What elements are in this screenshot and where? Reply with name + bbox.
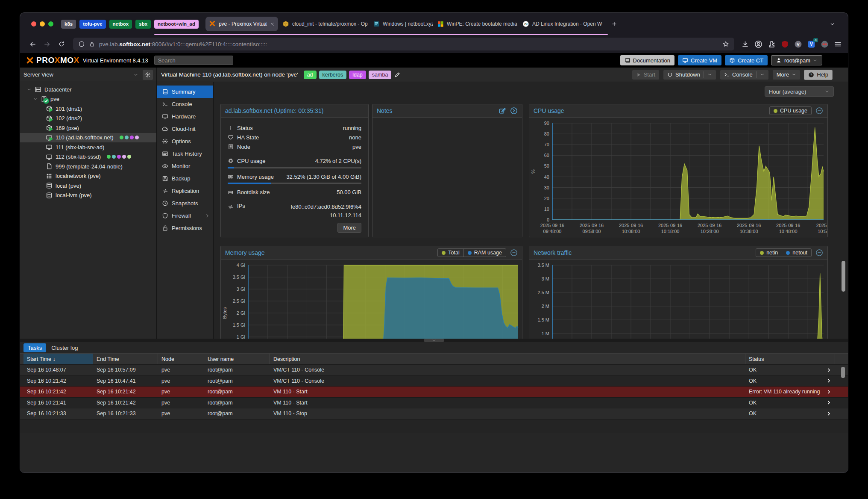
- menu-item-cloud-init[interactable]: Cloud-Init: [157, 123, 213, 135]
- tab-group-netboot+win_ad[interactable]: netboot+win_ad: [154, 20, 199, 29]
- legend-netout[interactable]: netout: [782, 249, 811, 257]
- tab-4[interactable]: OIAD Linux Integration · Open W: [518, 17, 608, 31]
- tree-item-local[interactable]: local (pve): [20, 181, 156, 191]
- collapse-panel-icon[interactable]: [510, 249, 518, 257]
- forward-button[interactable]: [41, 38, 53, 50]
- tab-2[interactable]: Windows | netboot.xyz: [369, 17, 433, 31]
- back-button[interactable]: [26, 38, 39, 50]
- tree-item-169[interactable]: 169 (pxe): [20, 123, 156, 133]
- chart-legend[interactable]: CPU usage: [769, 106, 812, 115]
- column-header-status[interactable]: Status: [745, 354, 822, 364]
- tab-1[interactable]: cloud_init - telmate/proxmox - Op: [278, 17, 369, 31]
- collapse-panel-icon[interactable]: [815, 249, 823, 257]
- tree-item-Datacenter[interactable]: Datacenter: [20, 85, 156, 94]
- user-menu-button[interactable]: root@pam: [771, 55, 822, 65]
- tab-group-tofu-pve[interactable]: tofu-pve: [79, 20, 106, 29]
- tree-item-101[interactable]: 101 (dns1): [20, 104, 156, 114]
- tab-group-netbox[interactable]: netbox: [109, 20, 132, 29]
- task-expand-chevron-icon[interactable]: [822, 378, 835, 384]
- documentation-button[interactable]: Documentation: [620, 55, 674, 65]
- tab-group-sbx[interactable]: sbx: [135, 20, 151, 29]
- shutdown-button[interactable]: Shutdown: [663, 70, 716, 80]
- minimize-traffic-button[interactable]: [40, 21, 45, 27]
- close-traffic-button[interactable]: [31, 21, 36, 27]
- lock-icon[interactable]: [89, 41, 95, 47]
- menu-item-permissions[interactable]: Permissions: [157, 222, 213, 234]
- new-tab-button[interactable]: [608, 18, 621, 30]
- tree-item-999[interactable]: 999 (template-24.04-noble): [20, 162, 156, 171]
- menu-item-firewall[interactable]: Firewall: [157, 210, 213, 222]
- task-row[interactable]: Sep 16 10:21:41Sep 16 10:21:42pveroot@pa…: [20, 398, 848, 409]
- legend-total[interactable]: Total: [438, 249, 463, 257]
- column-header-start-time[interactable]: Start Time ↓: [23, 354, 93, 364]
- tasks-scrollbar[interactable]: [841, 367, 845, 378]
- edit-tags-pencil-icon[interactable]: [394, 72, 400, 78]
- account-icon[interactable]: [754, 40, 762, 48]
- tree-item-pve[interactable]: pve: [20, 94, 156, 104]
- collapse-panel-icon[interactable]: [815, 107, 823, 115]
- menu-hamburger-icon[interactable]: [834, 40, 842, 48]
- task-expand-chevron-icon[interactable]: [822, 367, 835, 373]
- tree-item-localnetwork[interactable]: localnetwork (pve): [20, 171, 156, 181]
- close-icon[interactable]: [270, 22, 275, 27]
- menu-item-task-history[interactable]: Task History: [157, 148, 213, 160]
- downloads-icon[interactable]: [741, 40, 749, 48]
- chart-legend[interactable]: TotalRAM usage: [437, 248, 506, 257]
- create-ct-button[interactable]: Create CT: [725, 55, 768, 65]
- tree-item-110[interactable]: 110 (ad.lab.softbox.net): [20, 133, 156, 143]
- column-header-description[interactable]: Description: [270, 354, 745, 364]
- column-header-user-name[interactable]: User name: [204, 354, 270, 364]
- legend-netin[interactable]: netin: [756, 249, 782, 257]
- timeframe-select[interactable]: Hour (average): [765, 86, 834, 97]
- chart-legend[interactable]: netinnetout: [756, 248, 812, 257]
- sidebar-settings-button[interactable]: [143, 70, 153, 80]
- expand-notes-icon[interactable]: [510, 107, 518, 115]
- task-expand-chevron-icon[interactable]: [822, 389, 835, 395]
- menu-item-options[interactable]: Options: [157, 135, 213, 148]
- menu-item-hardware[interactable]: Hardware: [157, 110, 213, 123]
- menu-item-monitor[interactable]: Monitor: [157, 160, 213, 172]
- ublock-extension-icon[interactable]: [781, 40, 789, 48]
- extensions-puzzle-icon[interactable]: [768, 40, 776, 48]
- edit-notes-icon[interactable]: [499, 107, 506, 115]
- reload-button[interactable]: [55, 38, 68, 50]
- menu-item-backup[interactable]: Backup: [157, 172, 213, 185]
- url-bar[interactable]: pve.lab.softbox.net:8006/#v1:0:=qemu%2F1…: [73, 38, 734, 50]
- task-expand-chevron-icon[interactable]: [822, 400, 835, 405]
- panel-splitter[interactable]: [20, 339, 848, 342]
- content-scrollbar[interactable]: [842, 261, 845, 292]
- tab-group-k8s[interactable]: k8s: [61, 20, 76, 29]
- help-button[interactable]: Help: [804, 70, 833, 80]
- tab-cluster-log[interactable]: Cluster log: [51, 345, 78, 351]
- global-search-input[interactable]: [154, 56, 233, 65]
- tree-item-102[interactable]: 102 (dns2): [20, 114, 156, 124]
- create-vm-button[interactable]: Create VM: [678, 55, 721, 65]
- console-button[interactable]: Console: [720, 70, 769, 80]
- legend-ram-usage[interactable]: RAM usage: [463, 249, 506, 257]
- task-row[interactable]: Sep 16 10:21:42Sep 16 10:21:42pveroot@pa…: [20, 387, 848, 398]
- column-header-node[interactable]: Node: [158, 354, 204, 364]
- tab-3[interactable]: WinPE: Create bootable media | Mi: [433, 17, 518, 31]
- bookmark-star-icon[interactable]: [722, 41, 729, 47]
- start-button[interactable]: Start: [632, 70, 660, 80]
- more-button[interactable]: More: [337, 223, 361, 233]
- menu-item-summary[interactable]: Summary: [157, 86, 213, 98]
- menu-item-console[interactable]: Console: [157, 98, 213, 110]
- menu-item-snapshots[interactable]: Snapshots: [157, 197, 213, 210]
- tab-active-proxmox[interactable]: pve - Proxmox Virtual Environm: [205, 17, 278, 31]
- list-all-tabs-button[interactable]: [826, 18, 839, 30]
- splitter-handle[interactable]: [424, 339, 444, 342]
- vimium-extension-icon[interactable]: V: [794, 40, 802, 48]
- task-row[interactable]: Sep 16 10:21:33Sep 16 10:21:33pveroot@pa…: [20, 408, 848, 419]
- more-button[interactable]: More: [772, 70, 801, 80]
- vaultwarden-extension-icon[interactable]: V4: [807, 40, 815, 48]
- column-header-end-time[interactable]: End Time: [93, 354, 158, 364]
- tree-item-local-lvm[interactable]: local-lvm (pve): [20, 191, 156, 201]
- tampermonkey-extension-icon[interactable]: [821, 40, 829, 48]
- notes-body[interactable]: [372, 118, 522, 237]
- task-expand-chevron-icon[interactable]: [822, 411, 835, 416]
- legend-cpu-usage[interactable]: CPU usage: [770, 107, 811, 115]
- zoom-traffic-button[interactable]: [48, 21, 53, 27]
- task-row[interactable]: Sep 16 10:21:42Sep 16 10:47:41pveroot@pa…: [20, 376, 848, 387]
- task-row[interactable]: Sep 16 10:48:07Sep 16 10:57:09pveroot@pa…: [20, 365, 848, 376]
